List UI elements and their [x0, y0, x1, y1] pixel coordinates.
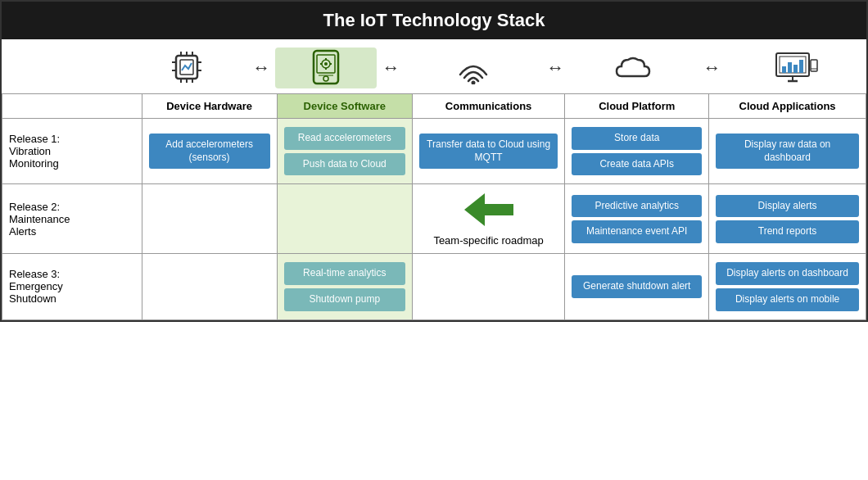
- col-header-release: [2, 94, 142, 119]
- comms-cell: [412, 254, 564, 319]
- hardware-cell: [142, 254, 277, 319]
- cloud-chip: Generate shutdown alert: [572, 275, 702, 298]
- cloud-chip: Predictive analytics: [572, 195, 702, 218]
- software-cell: [277, 184, 412, 254]
- arrow-sw-comms: ↔: [377, 57, 405, 79]
- svg-rect-28: [799, 60, 803, 73]
- apps-chip: Display alerts: [716, 195, 859, 218]
- cloud-chip: Create data APIs: [572, 153, 702, 176]
- cloud-chip: Store data: [572, 127, 702, 150]
- comms-cell: Transfer data to Cloud using MQTT: [412, 119, 564, 184]
- svg-rect-31: [811, 60, 817, 71]
- release-cell: Release 2:MaintenanceAlerts: [2, 184, 142, 254]
- cloud-cell: Store dataCreate data APIs: [565, 119, 709, 184]
- cloud-chip: Maintenance event API: [572, 220, 702, 243]
- svg-point-20: [323, 76, 328, 81]
- apps-cell: Display alerts on dashboardDisplay alert…: [709, 254, 866, 319]
- software-cell: Real-time analyticsShutdown pump: [277, 254, 412, 319]
- apps-chip: Trend reports: [716, 220, 859, 243]
- comms-team-text: Team-specific roadmap: [433, 233, 543, 248]
- icons-row: ↔ ↔: [2, 39, 866, 93]
- cloud-cell: Predictive analyticsMaintenance event AP…: [565, 184, 709, 254]
- page-title: The IoT Technology Stack: [2, 2, 866, 39]
- comms-cell: Team-specific roadmap: [412, 184, 564, 254]
- software-chip: Push data to Cloud: [284, 153, 405, 176]
- hardware-chip: Add accelerometers (sensors): [149, 134, 270, 169]
- svg-rect-27: [793, 65, 798, 73]
- hardware-icon: [126, 48, 247, 88]
- svg-marker-33: [464, 193, 513, 226]
- arrow-comms-cloud: ↔: [541, 57, 569, 79]
- left-arrow-icon: [460, 189, 518, 233]
- arrow-hw-sw: ↔: [247, 57, 275, 79]
- arrow-cloud-apps: ↔: [698, 57, 726, 79]
- release-cell: Release 1:VibrationMonitoring: [2, 119, 142, 184]
- table-row: Release 1:VibrationMonitoringAdd acceler…: [2, 119, 866, 184]
- software-chip: Shutdown pump: [284, 288, 405, 311]
- cloud-cell: Generate shutdown alert: [565, 254, 709, 319]
- col-header-cloud: Cloud Platform: [565, 94, 709, 119]
- apps-chip: Display raw data on dashboard: [716, 134, 859, 169]
- apps-cell: Display raw data on dashboard: [709, 119, 866, 184]
- col-header-software: Device Software: [277, 94, 412, 119]
- apps-cell: Display alertsTrend reports: [709, 184, 866, 254]
- apps-chip: Display alerts on dashboard: [716, 262, 859, 285]
- col-header-hardware: Device Hardware: [142, 94, 277, 119]
- software-chip: Real-time analytics: [284, 262, 405, 285]
- svg-point-15: [324, 62, 328, 66]
- col-header-comms: Communications: [412, 94, 564, 119]
- hardware-cell: [142, 184, 277, 254]
- comms-icon: [405, 48, 541, 88]
- release-cell: Release 3:EmergencyShutdown: [2, 254, 142, 319]
- table-row: Release 3:EmergencyShutdownReal-time ana…: [2, 254, 866, 319]
- svg-point-22: [471, 81, 475, 85]
- comms-chip: Transfer data to Cloud using MQTT: [419, 134, 558, 169]
- software-icon: [275, 48, 377, 88]
- svg-rect-25: [782, 66, 786, 73]
- apps-icon: [726, 48, 866, 88]
- col-header-apps: Cloud Applications: [709, 94, 866, 119]
- main-table: Device Hardware Device Software Communic…: [2, 93, 866, 320]
- cloud-icon: [569, 48, 698, 88]
- app-container: The IoT Technology Stack: [0, 0, 868, 322]
- apps-chip: Display alerts on mobile: [716, 288, 859, 311]
- software-cell: Read accelerometersPush data to Cloud: [277, 119, 412, 184]
- table-row: Release 2:MaintenanceAlerts Team-specifi…: [2, 184, 866, 254]
- hardware-cell: Add accelerometers (sensors): [142, 119, 277, 184]
- svg-rect-26: [788, 62, 792, 73]
- software-chip: Read accelerometers: [284, 127, 405, 150]
